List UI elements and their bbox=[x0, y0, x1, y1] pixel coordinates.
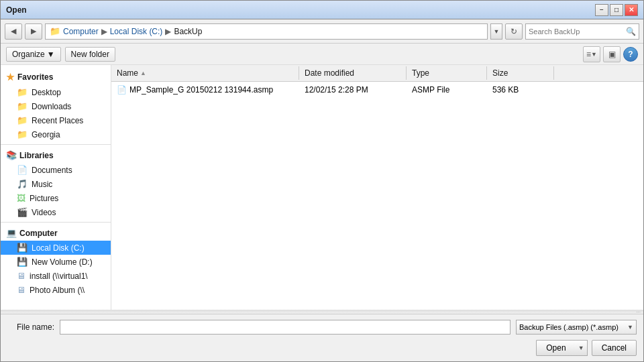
sidebar-item-recent-places[interactable]: 📁 Recent Places bbox=[1, 113, 111, 127]
sidebar-item-photo-album[interactable]: 🖥 Photo Album (\\ bbox=[1, 283, 111, 297]
sidebar-item-videos-label: Videos bbox=[32, 208, 56, 217]
sidebar-item-recent-places-label: Recent Places bbox=[32, 116, 83, 125]
pane-icon: ▣ bbox=[608, 50, 616, 59]
breadcrumb-backup[interactable]: BackUp bbox=[174, 27, 202, 36]
computer-label: Computer bbox=[19, 229, 58, 238]
sidebar-item-local-disk-label: Local Disk (C:) bbox=[32, 243, 85, 253]
file-date-cell: 12/02/15 2:28 PM bbox=[299, 83, 407, 97]
minimize-button[interactable]: − bbox=[595, 4, 608, 16]
forward-button[interactable]: ▶ bbox=[25, 23, 42, 40]
favorites-star-icon: ★ bbox=[6, 72, 15, 82]
filename-label: File name: bbox=[7, 322, 54, 332]
sidebar-item-new-volume-label: New Volume (D:) bbox=[32, 257, 93, 267]
libraries-label: Libraries bbox=[19, 151, 54, 160]
videos-icon: 🎬 bbox=[17, 207, 28, 217]
toolbar-right: ≡ ▼ ▣ ? bbox=[583, 46, 638, 62]
organize-button[interactable]: Organize ▼ bbox=[6, 47, 61, 62]
sidebar-favorites-header[interactable]: ★ Favorites bbox=[1, 69, 111, 85]
sidebar-item-documents[interactable]: 📄 Documents bbox=[1, 163, 111, 177]
dialog-title: Open bbox=[6, 5, 27, 15]
sidebar-item-install-label: install (\\virtual1\ bbox=[30, 272, 88, 281]
sidebar-item-pictures-label: Pictures bbox=[30, 194, 58, 203]
window-controls: − □ ✕ bbox=[595, 4, 638, 16]
help-button[interactable]: ? bbox=[623, 47, 638, 62]
close-button[interactable]: ✕ bbox=[625, 4, 638, 16]
sidebar-divider-1 bbox=[1, 144, 111, 145]
downloads-folder-icon: 📁 bbox=[17, 101, 28, 111]
search-box: 🔍 bbox=[525, 23, 639, 40]
filename-row: File name: Backup Files (.asmp) (*.asmp)… bbox=[7, 320, 637, 335]
col-date-label: Date modified bbox=[305, 68, 354, 78]
new-folder-button[interactable]: New folder bbox=[65, 47, 115, 62]
sidebar-item-downloads[interactable]: 📁 Downloads bbox=[1, 99, 111, 113]
cancel-button[interactable]: Cancel bbox=[592, 340, 637, 356]
main-content: ★ Favorites 📁 Desktop 📁 Downloads 📁 Rece… bbox=[1, 65, 643, 310]
sidebar-item-local-disk[interactable]: 💾 Local Disk (C:) bbox=[1, 241, 111, 255]
col-size-label: Size bbox=[492, 68, 508, 78]
sort-arrow-name: ▲ bbox=[140, 70, 146, 76]
sidebar-item-music[interactable]: 🎵 Music bbox=[1, 177, 111, 191]
desktop-folder-icon: 📁 bbox=[17, 87, 28, 97]
search-input[interactable] bbox=[529, 27, 626, 36]
breadcrumb-sep-2: ▶ bbox=[165, 27, 171, 36]
view-arrow: ▼ bbox=[591, 51, 597, 58]
sidebar-item-georgia[interactable]: 📁 Georgia bbox=[1, 127, 111, 141]
action-row: Open ▼ Cancel bbox=[7, 340, 637, 356]
pane-button[interactable]: ▣ bbox=[603, 46, 621, 62]
file-type-icon: 📄 bbox=[117, 85, 127, 95]
breadcrumb-dropdown-button[interactable]: ▼ bbox=[490, 23, 502, 40]
sidebar-item-new-volume[interactable]: 💾 New Volume (D:) bbox=[1, 255, 111, 269]
filetype-dropdown[interactable]: Backup Files (.asmp) (*.asmp) ▼ bbox=[516, 320, 637, 335]
breadcrumb-folder-icon: 📁 bbox=[50, 26, 60, 36]
new-folder-label: New folder bbox=[71, 50, 109, 59]
sidebar-item-photo-album-label: Photo Album (\\ bbox=[30, 286, 85, 295]
breadcrumb-computer[interactable]: Computer bbox=[63, 27, 99, 36]
sidebar-item-georgia-label: Georgia bbox=[32, 130, 60, 139]
sidebar-libraries-header[interactable]: 📚 Libraries bbox=[1, 147, 111, 163]
sidebar-item-install[interactable]: 🖥 install (\\virtual1\ bbox=[1, 269, 111, 283]
toolbar: Organize ▼ New folder ≡ ▼ ▣ ? bbox=[1, 44, 643, 65]
search-icon[interactable]: 🔍 bbox=[626, 27, 636, 36]
sidebar-item-music-label: Music bbox=[32, 180, 52, 189]
column-header-date[interactable]: Date modified bbox=[299, 66, 407, 80]
back-button[interactable]: ◀ bbox=[5, 23, 22, 40]
favorites-label: Favorites bbox=[17, 72, 53, 82]
column-header-name[interactable]: Name ▲ bbox=[111, 66, 299, 80]
file-name-cell: 📄 MP_Sample_G 20150212 131944.asmp bbox=[111, 83, 299, 97]
sidebar-computer-header[interactable]: 💻 Computer bbox=[1, 225, 111, 241]
open-dropdown-button[interactable]: ▼ bbox=[576, 340, 588, 356]
table-row[interactable]: 📄 MP_Sample_G 20150212 131944.asmp 12/02… bbox=[111, 82, 643, 98]
file-list: 📄 MP_Sample_G 20150212 131944.asmp 12/02… bbox=[111, 82, 643, 310]
breadcrumb: 📁 Computer ▶ Local Disk (C:) ▶ BackUp bbox=[45, 23, 488, 40]
help-icon: ? bbox=[628, 50, 633, 59]
filename-input[interactable] bbox=[60, 320, 511, 335]
open-button-group: Open ▼ bbox=[536, 340, 587, 356]
breadcrumb-local-disk[interactable]: Local Disk (C:) bbox=[110, 27, 163, 36]
breadcrumb-sep-1: ▶ bbox=[101, 27, 107, 36]
col-type-label: Type bbox=[412, 68, 429, 78]
open-label: Open bbox=[546, 343, 566, 353]
open-arrow-icon: ▼ bbox=[578, 345, 584, 351]
libraries-icon: 📚 bbox=[6, 150, 17, 160]
bottom-bar: File name: Backup Files (.asmp) (*.asmp)… bbox=[1, 314, 643, 361]
filetype-dropdown-arrow: ▼ bbox=[627, 324, 633, 330]
sidebar-item-pictures[interactable]: 🖼 Pictures bbox=[1, 191, 111, 205]
file-list-header: Name ▲ Date modified Type Size bbox=[111, 65, 643, 82]
file-list-container: Name ▲ Date modified Type Size 📄 MP_Sa bbox=[111, 65, 643, 310]
file-type-cell: ASMP File bbox=[407, 83, 487, 97]
file-name-label: MP_Sample_G 20150212 131944.asmp bbox=[129, 85, 273, 95]
refresh-button[interactable]: ↻ bbox=[505, 23, 523, 40]
new-volume-icon: 💾 bbox=[17, 257, 28, 267]
view-dropdown-button[interactable]: ≡ ▼ bbox=[583, 46, 600, 62]
georgia-folder-icon: 📁 bbox=[17, 129, 28, 139]
sidebar-item-documents-label: Documents bbox=[32, 166, 72, 175]
sidebar-item-videos[interactable]: 🎬 Videos bbox=[1, 205, 111, 219]
address-bar: ◀ ▶ 📁 Computer ▶ Local Disk (C:) ▶ BackU… bbox=[1, 19, 643, 44]
column-header-type[interactable]: Type bbox=[407, 66, 487, 80]
column-header-size[interactable]: Size bbox=[487, 66, 554, 80]
sidebar-item-desktop[interactable]: 📁 Desktop bbox=[1, 85, 111, 99]
title-bar: Open − □ ✕ bbox=[1, 1, 643, 19]
maximize-button[interactable]: □ bbox=[610, 4, 623, 16]
sidebar-item-desktop-label: Desktop bbox=[32, 88, 61, 97]
open-button[interactable]: Open bbox=[536, 340, 575, 356]
